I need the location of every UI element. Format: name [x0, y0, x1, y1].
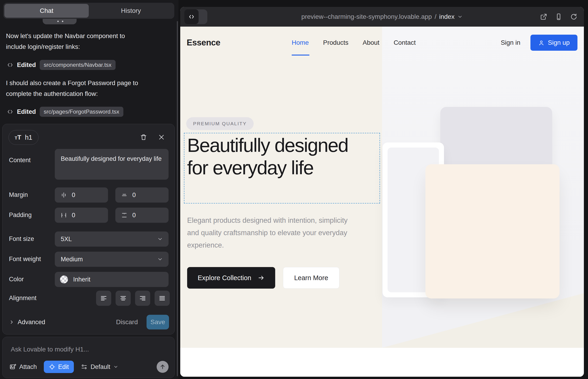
chevron-down-icon [157, 256, 163, 262]
code-icon [7, 62, 13, 68]
font-size-select[interactable]: 5XL [55, 232, 169, 247]
code-icon [7, 109, 13, 115]
mode-label: Default [91, 363, 110, 371]
composer-input[interactable]: Ask Lovable to modify H1... [11, 346, 89, 353]
chevron-right-icon [9, 319, 15, 325]
content-input[interactable]: Beautifully designed for everyday life [55, 149, 169, 180]
advanced-label: Advanced [18, 319, 45, 326]
composer-toolbar: Attach Edit Default [9, 360, 169, 373]
align-justify-button[interactable] [155, 291, 170, 306]
arrow-up-icon [159, 364, 166, 370]
discard-button[interactable]: Discard [116, 318, 138, 326]
mobile-view-button[interactable] [555, 13, 562, 20]
sign-up-button[interactable]: Sign up [530, 35, 577, 51]
color-label: Color [9, 276, 24, 283]
close-icon [158, 134, 165, 141]
edited-label: Edited [17, 62, 36, 69]
chevron-down-icon [457, 14, 463, 19]
padding-x-value: 0 [72, 212, 75, 219]
chevron-down-icon [113, 364, 118, 369]
editor-footer: Advanced Discard Save [2, 314, 174, 331]
align-right-button[interactable] [135, 291, 150, 306]
font-weight-label: Font weight [9, 255, 41, 263]
chat-message: I should also create a Forgot Password p… [6, 78, 144, 99]
save-button[interactable]: Save [147, 315, 169, 330]
attach-button[interactable]: Attach [9, 363, 37, 371]
tab-history[interactable]: History [89, 4, 173, 18]
nav-links: Home Products About Contact [292, 27, 416, 59]
edited-label: Edited [17, 108, 36, 115]
nav-link-home[interactable]: Home [292, 39, 309, 46]
edited-file-row: Edited src/pages/ForgotPassword.tsx [7, 107, 123, 117]
padding-y-value: 0 [132, 212, 136, 219]
nav-link-about[interactable]: About [363, 39, 379, 46]
font-weight-value: Medium [61, 256, 83, 263]
site-navbar: Essence Home Products About Contact Sign… [180, 27, 584, 59]
chat-scrollbar[interactable] [177, 21, 178, 376]
left-sidebar: Chat History Now let's update the Navbar… [0, 0, 178, 379]
close-editor-button[interactable] [157, 133, 166, 142]
align-center-icon [120, 295, 127, 302]
mode-select[interactable]: Default [81, 363, 118, 371]
margin-y-input[interactable]: 0 [115, 188, 169, 203]
hero-badge: PREMIUM QUALITY [186, 117, 254, 130]
padding-label: Padding [9, 211, 32, 219]
element-editor-panel: TT h1 Content Beautifully designed for e… [2, 124, 175, 334]
arrow-right-icon [258, 274, 265, 281]
url-bar[interactable]: preview--charming-site-symphony.lovable.… [180, 7, 584, 27]
file-path-badge[interactable]: src/pages/ForgotPassword.tsx [40, 107, 124, 117]
nav-link-contact[interactable]: Contact [394, 39, 416, 46]
trash-icon [140, 134, 147, 141]
open-external-button[interactable] [540, 13, 547, 20]
file-path-badge[interactable]: src/components/Navbar.tsx [40, 60, 116, 70]
pill-dot [57, 21, 59, 22]
align-left-button[interactable] [96, 291, 111, 306]
refresh-button[interactable] [570, 13, 577, 20]
color-value: Inherit [73, 276, 90, 283]
pill-dot [62, 21, 63, 22]
padding-horizontal-icon [60, 212, 67, 219]
delete-element-button[interactable] [139, 133, 148, 142]
url-domain: preview--charming-site-symphony.lovable.… [301, 13, 432, 20]
font-size-label: Font size [9, 235, 34, 242]
padding-vertical-icon [121, 212, 128, 219]
element-tag-label: h1 [25, 134, 32, 141]
padding-x-input[interactable]: 0 [55, 208, 108, 223]
transparent-swatch-icon [60, 275, 68, 284]
tab-chat[interactable]: Chat [4, 4, 89, 18]
attach-image-icon [9, 363, 16, 370]
app-root: Chat History Now let's update the Navbar… [0, 0, 588, 379]
preview-browser-window: preview--charming-site-symphony.lovable.… [180, 7, 584, 377]
url-page: index [439, 13, 454, 20]
font-size-value: 5XL [61, 236, 72, 243]
nav-link-products[interactable]: Products [323, 39, 349, 46]
align-right-icon [139, 295, 146, 302]
site-preview: Essence Home Products About Contact Sign… [180, 27, 584, 377]
chat-message: Now let's update the Navbar component to… [6, 31, 144, 52]
margin-horizontal-icon [60, 191, 67, 198]
edited-file-row: Edited src/components/Navbar.tsx [7, 60, 116, 70]
font-weight-select[interactable]: Medium [55, 252, 169, 267]
color-select[interactable]: Inherit [55, 272, 169, 287]
margin-x-input[interactable]: 0 [55, 188, 108, 203]
user-icon [538, 40, 544, 46]
chevron-down-icon [157, 236, 163, 242]
edit-label: Edit [58, 363, 69, 371]
element-tag-pill: TT h1 [8, 130, 39, 145]
align-center-button[interactable] [116, 291, 131, 306]
margin-vertical-icon [121, 191, 128, 198]
scrolled-pill [43, 19, 77, 24]
explore-collection-button[interactable]: Explore Collection [187, 267, 275, 289]
padding-y-input[interactable]: 0 [115, 208, 169, 223]
site-logo[interactable]: Essence [187, 27, 220, 59]
edit-mode-button[interactable]: Edit [44, 361, 74, 373]
margin-x-value: 0 [72, 191, 75, 199]
learn-more-button[interactable]: Learn More [283, 267, 340, 289]
advanced-toggle[interactable]: Advanced [9, 319, 45, 326]
send-button[interactable] [157, 361, 169, 373]
align-left-icon [100, 295, 107, 302]
sign-in-link[interactable]: Sign in [501, 39, 520, 46]
hero-heading[interactable]: Beautifully designed for everyday life [187, 134, 368, 179]
sliders-icon [81, 363, 88, 370]
alignment-label: Alignment [9, 295, 36, 302]
